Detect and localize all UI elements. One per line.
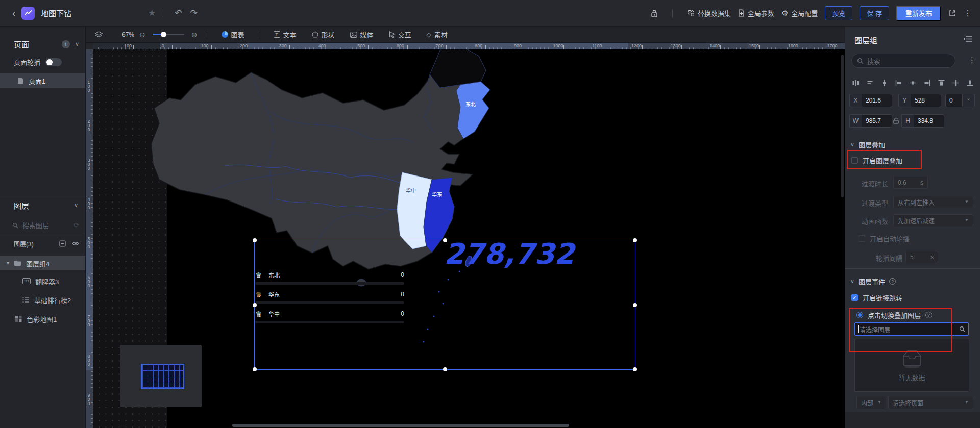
caret-down-icon: ▼ bbox=[965, 400, 969, 405]
visibility-eye-icon[interactable] bbox=[72, 241, 79, 246]
auto-carousel-row[interactable]: 开启自动轮播 bbox=[859, 234, 910, 243]
panel-search-input[interactable]: 搜索 bbox=[851, 54, 955, 68]
easing-select[interactable]: 先加速后减速 ▼ bbox=[893, 214, 973, 226]
page-carousel-toggle[interactable] bbox=[45, 58, 62, 66]
empty-box-icon bbox=[899, 349, 925, 368]
back-button[interactable]: ‹ bbox=[6, 9, 21, 18]
preview-button[interactable]: 预览 bbox=[825, 6, 852, 20]
layer-item-colormap[interactable]: 色彩地图1 bbox=[0, 312, 85, 326]
top-bar: ‹ 地图下钻 ★ ↶ ↷ 替换数据集 全局参数 ⚙ 全局配置 预览 保 存 重新 bbox=[0, 0, 980, 27]
zoom-in-icon[interactable]: ⊕ bbox=[191, 31, 198, 38]
selection-handle-w[interactable] bbox=[253, 303, 257, 307]
layers-stack-icon[interactable] bbox=[95, 31, 103, 38]
tab-text[interactable]: T 文本 bbox=[274, 30, 297, 39]
save-button[interactable]: 保 存 bbox=[860, 6, 889, 20]
align-right-edge-icon[interactable] bbox=[924, 80, 930, 88]
align-bottom-icon[interactable] bbox=[967, 80, 973, 88]
collapse-all-icon[interactable] bbox=[59, 240, 66, 247]
selection-handle-nw[interactable] bbox=[253, 238, 257, 242]
selection-box[interactable] bbox=[254, 240, 635, 370]
selection-handle-s[interactable] bbox=[443, 367, 447, 371]
expand-caret-icon[interactable]: ▾ bbox=[7, 261, 9, 266]
selection-handle-se[interactable] bbox=[633, 367, 637, 371]
enable-link-row[interactable]: ✓ 开启链接跳转 bbox=[851, 293, 902, 303]
align-center-vertical-icon[interactable] bbox=[881, 80, 888, 88]
panel-kebab-icon[interactable]: ⋮ bbox=[968, 56, 976, 64]
add-page-button[interactable]: + bbox=[62, 40, 70, 48]
transition-type-select[interactable]: 从右到左推入 ▼ bbox=[893, 196, 973, 208]
enable-overlay-row[interactable]: 开启图层叠加 bbox=[851, 156, 902, 165]
caret-down-icon: ▼ bbox=[965, 218, 969, 222]
global-params-button[interactable]: 全局参数 bbox=[738, 8, 774, 18]
tab-media[interactable]: 媒体 bbox=[350, 30, 374, 39]
horizontal-scrollbar[interactable] bbox=[232, 424, 569, 427]
minimap[interactable] bbox=[120, 345, 202, 407]
tab-interaction[interactable]: 交互 bbox=[389, 30, 411, 39]
flipper-123-icon: 123 bbox=[22, 278, 31, 284]
x-input[interactable]: X201.6 bbox=[849, 94, 892, 107]
rotation-input[interactable]: 0° bbox=[945, 94, 975, 107]
pages-collapse-icon[interactable]: ∨ bbox=[75, 41, 79, 47]
lock-icon[interactable] bbox=[651, 9, 658, 17]
selection-handle-e[interactable] bbox=[633, 303, 637, 307]
tab-charts[interactable]: 图表 bbox=[222, 30, 244, 39]
y-input[interactable]: Y528 bbox=[898, 94, 941, 107]
auto-carousel-checkbox[interactable] bbox=[859, 235, 865, 242]
events-section-header[interactable]: ∨ 图层事件 ? bbox=[850, 276, 896, 286]
selection-handle-ne[interactable] bbox=[633, 238, 637, 242]
undo-icon[interactable]: ↶ bbox=[175, 9, 182, 17]
replace-dataset-button[interactable]: 替换数据集 bbox=[687, 8, 731, 18]
open-external-icon[interactable] bbox=[948, 9, 957, 17]
redo-icon[interactable]: ↷ bbox=[190, 9, 198, 17]
design-viewport[interactable]: 东北 华中 华东 278,732 ♛1 东北 0 bbox=[93, 49, 845, 428]
page-select[interactable]: 请选择页面 ▼ bbox=[888, 396, 973, 409]
search-icon[interactable] bbox=[955, 323, 968, 335]
project-title: 地图下钻 bbox=[41, 8, 71, 18]
click-switch-radio[interactable] bbox=[856, 312, 863, 318]
map-region-northeast bbox=[456, 82, 490, 139]
vertical-scrollbar[interactable] bbox=[841, 55, 844, 197]
page-item-1[interactable]: 页面1 bbox=[0, 73, 85, 88]
help-question-icon[interactable]: ? bbox=[889, 278, 896, 285]
zoom-out-icon[interactable]: ⊖ bbox=[139, 31, 145, 38]
favorite-star-icon[interactable]: ★ bbox=[148, 9, 156, 17]
duration-input[interactable]: 0.6s bbox=[893, 177, 928, 189]
align-left-icon[interactable] bbox=[867, 80, 873, 88]
enable-link-checkbox[interactable]: ✓ bbox=[851, 294, 858, 301]
aspect-lock-icon[interactable] bbox=[893, 117, 899, 124]
interval-input[interactable]: 5s bbox=[905, 251, 938, 263]
align-top-icon[interactable] bbox=[938, 80, 945, 88]
align-left-edge-icon[interactable] bbox=[895, 80, 902, 88]
height-input[interactable]: H334.8 bbox=[901, 114, 944, 128]
scope-select[interactable]: 内部 ▼ bbox=[856, 396, 886, 409]
click-switch-row[interactable]: 点击切换叠加图层 ? bbox=[856, 310, 932, 320]
tab-shapes[interactable]: 形状 bbox=[312, 30, 335, 39]
layer-search-input[interactable]: 搜索图层 ⟳ bbox=[0, 218, 85, 233]
layer-item-group[interactable]: ▾ 图层组4 bbox=[0, 256, 85, 270]
republish-button[interactable]: 重新发布 bbox=[896, 6, 941, 21]
collapse-panel-icon[interactable] bbox=[964, 36, 972, 42]
distribute-horizontal-icon[interactable] bbox=[852, 80, 859, 88]
search-icon bbox=[12, 222, 18, 229]
align-center-horizontal-icon[interactable] bbox=[910, 80, 916, 88]
layers-collapse-icon[interactable]: ∨ bbox=[74, 203, 78, 208]
select-layer-input[interactable]: 请选择图层 bbox=[854, 322, 969, 336]
more-menu-icon[interactable]: ⋮ bbox=[964, 9, 972, 17]
divider bbox=[0, 196, 85, 196]
tab-assets[interactable]: ◇ 素材 bbox=[427, 30, 448, 39]
layer-item-flipper[interactable]: 123 翻牌器3 bbox=[0, 274, 85, 288]
overlay-section-header[interactable]: ∨ 图层叠加 bbox=[850, 140, 885, 149]
refresh-icon[interactable]: ⟳ bbox=[74, 222, 79, 229]
global-config-button[interactable]: ⚙ 全局配置 bbox=[781, 8, 818, 18]
help-question-icon[interactable]: ? bbox=[925, 312, 932, 318]
pages-layers-panel: 页面 + ∨ 页面轮播 页面1 图层 ∨ 搜索图层 ⟳ 图层(3) ▾ bbox=[0, 27, 86, 428]
layer-item-ranking[interactable]: 基础排行榜2 bbox=[0, 293, 85, 307]
selection-handle-sw[interactable] bbox=[253, 367, 257, 371]
minimap-artboard[interactable] bbox=[141, 364, 184, 389]
zoom-slider[interactable] bbox=[153, 34, 184, 35]
caret-down-icon: ▼ bbox=[877, 400, 881, 405]
width-input[interactable]: W985.7 bbox=[849, 114, 892, 128]
enable-overlay-checkbox[interactable] bbox=[851, 157, 858, 164]
align-middle-icon[interactable] bbox=[952, 80, 959, 88]
selection-handle-n[interactable] bbox=[443, 238, 447, 242]
